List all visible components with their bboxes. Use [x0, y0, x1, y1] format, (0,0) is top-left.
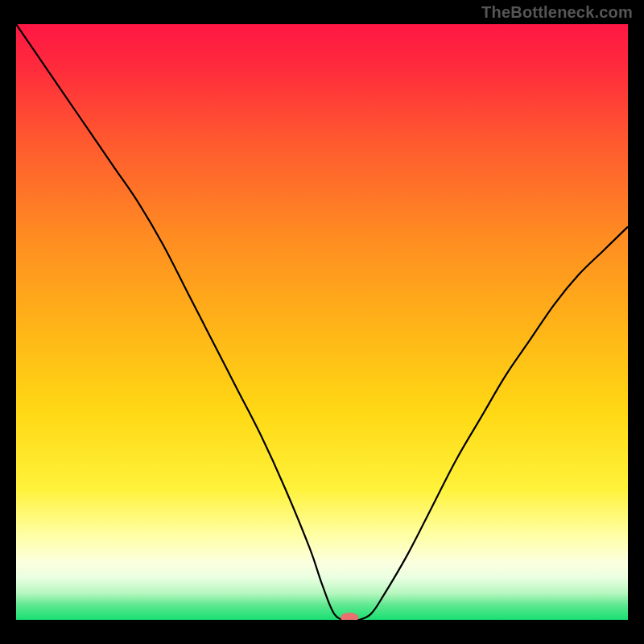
chart-stage: TheBottleneck.com — [0, 0, 644, 644]
chart-svg — [16, 24, 628, 620]
watermark-text: TheBottleneck.com — [481, 3, 633, 22]
plot-area — [16, 24, 628, 620]
gradient-background — [16, 24, 628, 620]
